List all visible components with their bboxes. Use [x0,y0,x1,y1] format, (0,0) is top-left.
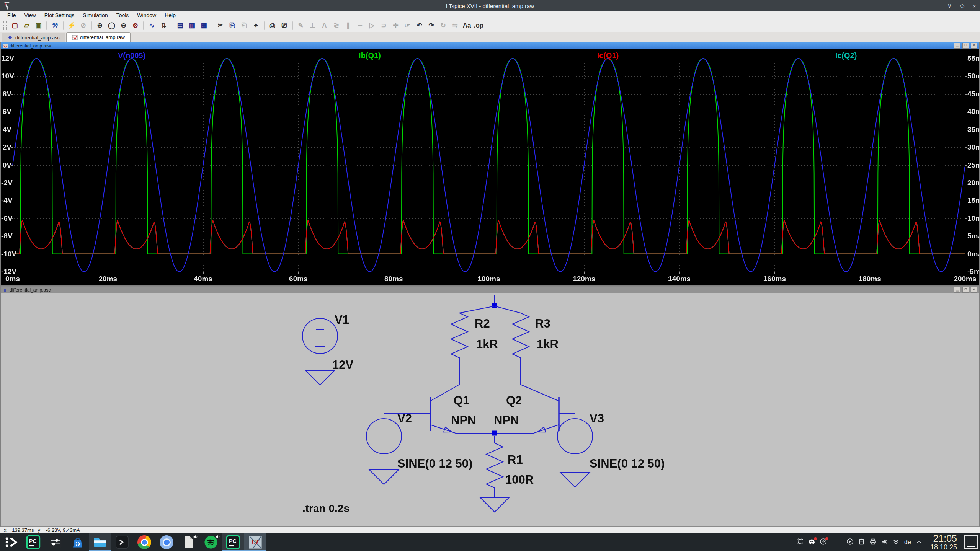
menu-item[interactable]: File [3,11,20,19]
toolbar-button-resistor[interactable]: ≷ [331,20,342,31]
toolbar-button-tile-vertical[interactable]: ▥ [186,20,198,31]
q1-name-label[interactable]: Q1 [454,394,469,407]
r3-value-label[interactable]: 1kR [537,337,559,351]
minimize-schematic-button[interactable]: ▁ [954,287,960,293]
toolbar-button-capacitor[interactable]: ∥ [343,20,354,31]
menu-item[interactable]: Plot Settings [40,11,79,19]
toolbar-button-print-preview[interactable]: ⎚ [279,20,290,31]
taskbar-app-ltspice[interactable]: LT [244,533,266,551]
tray-expand-tray[interactable] [913,533,925,551]
legend-trace-Ic(Q2)[interactable]: Ic(Q2) [835,51,857,60]
v1-value-label[interactable]: 12V [332,358,353,372]
toolbar-button-print[interactable]: ⎙ [267,20,278,31]
tab-differential-amp-raw[interactable]: differential_amp.raw [66,32,131,42]
toolbar-grip[interactable] [3,21,7,30]
close-plot-button[interactable]: × [971,43,977,49]
toolbar-button-zoom-full-extents[interactable]: ⊗ [130,20,141,31]
tray-volume[interactable] [879,533,890,551]
taskbar-app-system-settings[interactable] [44,533,67,551]
component-r3[interactable]: R3 1kR [495,306,559,401]
taskbar-app-spotify[interactable] [200,533,222,551]
component-v1[interactable]: V1 12V [302,313,353,385]
toolbar-button-halt[interactable]: ⊘ [78,20,89,31]
q2-name-label[interactable]: Q2 [506,394,522,407]
v2-value-label[interactable]: SINE(0 12 50) [397,457,472,470]
tray-keyboard-layout[interactable]: de [902,533,913,551]
toolbar-button-rotate[interactable]: ↻ [438,20,449,31]
toolbar-button-new-schematic[interactable]: ▢ [9,20,20,31]
component-r2[interactable]: R2 1kR [430,306,498,401]
taskbar-app-konsole[interactable] [111,533,133,551]
r1-name-label[interactable]: R1 [508,453,523,466]
menu-item[interactable]: Help [160,11,180,19]
taskbar-app-pycharm[interactable]: PC [22,533,44,551]
restore-schematic-button[interactable]: □ [962,287,969,293]
tray-notifications[interactable] [795,533,806,551]
q2-type-label[interactable]: NPN [494,414,519,427]
toolbar-button-autorange[interactable]: ∿ [146,20,157,31]
toolbar-button-inductor[interactable]: ∽ [354,20,366,31]
taskbar-app-chromium[interactable] [155,533,178,551]
toolbar-button-draw-wire[interactable]: ✎ [295,20,306,31]
toolbar-button-ground[interactable]: ⊥ [307,20,318,31]
q1-type-label[interactable]: NPN [451,414,476,427]
toolbar-button-label-net[interactable]: A [319,20,330,31]
toolbar-button-control-panel[interactable]: ⚒ [49,20,60,31]
tab-differential-amp-asc[interactable]: differential_amp.asc [2,33,65,42]
toolbar-button-spice-directive[interactable]: .op [473,20,484,31]
tray-media-player[interactable] [844,533,856,551]
taskbar-app-discover[interactable] [67,533,89,551]
close-schematic-button[interactable]: × [971,287,977,293]
maximize-window-button[interactable]: ◇ [960,2,965,9]
toolbar-button-open[interactable]: ▱ [21,20,32,31]
toolbar-button-run[interactable]: ⚡ [66,20,77,31]
taskbar-app-chrome[interactable] [133,533,155,551]
v2-name-label[interactable]: V2 [397,412,412,425]
toolbar-button-drag[interactable]: ☞ [402,20,413,31]
toolbar-button-plot-settings[interactable]: ⇅ [158,20,169,31]
minimize-plot-button[interactable]: ▁ [954,43,960,49]
waveform-window-titlebar[interactable]: differential_amp.raw ▁ □ × [1,42,979,49]
toolbar-button-component[interactable]: ⊃ [378,20,389,31]
r1-value-label[interactable]: 100R [505,473,534,486]
taskbar-app-document-viewer[interactable] [178,533,200,551]
clock[interactable]: 21:05 18.10.25 [930,533,957,551]
v1-name-label[interactable]: V1 [335,313,349,326]
toolbar-button-copy[interactable]: ⎘ [227,20,238,31]
toolbar-button-paste[interactable]: ⎗ [238,20,250,31]
toolbar-button-undo[interactable]: ↶ [414,20,425,31]
toolbar-button-save[interactable]: ▣ [33,20,44,31]
toolbar-button-tile-horizontal[interactable]: ▤ [175,20,186,31]
minimize-window-button[interactable]: ∨ [947,2,952,9]
waveform-canvas[interactable] [1,49,979,285]
component-r1[interactable]: R1 100R [480,436,534,512]
toolbar-button-cascade-windows[interactable]: ▦ [198,20,209,31]
toolbar-button-diode[interactable]: ▷ [366,20,377,31]
spice-directive-text[interactable]: .tran 0.2s [302,502,350,514]
r2-value-label[interactable]: 1kR [476,337,498,351]
menu-item[interactable]: Simulation [78,11,112,19]
legend-trace-Ic(Q1)[interactable]: Ic(Q1) [597,51,619,60]
taskbar-app-dolphin[interactable] [89,533,111,551]
show-desktop-button[interactable] [964,535,978,549]
restore-plot-button[interactable]: □ [962,43,969,49]
v3-name-label[interactable]: V3 [590,412,604,425]
legend-trace-Ib(Q1)[interactable]: Ib(Q1) [359,51,381,60]
v3-value-label[interactable]: SINE(0 12 50) [590,457,665,470]
waveform-plot-area[interactable]: V(n005)Ib(Q1)Ic(Q1)Ic(Q2)12V10V8V6V4V2V0… [1,49,979,285]
taskbar-app-app-launcher[interactable] [0,533,22,551]
toolbar-button-move[interactable]: ✛ [390,20,401,31]
legend-trace-V(n005)[interactable]: V(n005) [118,51,145,60]
toolbar-button-text[interactable]: Aa [461,20,472,31]
toolbar-button-mirror[interactable]: ⇋ [449,20,461,31]
taskbar-app-pycharm-active[interactable]: PC [222,533,244,551]
tray-clipboard[interactable] [856,533,867,551]
toolbar-button-zoom-in[interactable]: ⊕ [94,20,105,31]
r3-name-label[interactable]: R3 [535,317,550,330]
toolbar-button-redo[interactable]: ↷ [426,20,437,31]
tray-discord[interactable] [806,533,818,551]
schematic-window-titlebar[interactable]: differential_amp.asc ▁ □ × [1,287,979,293]
r2-name-label[interactable]: R2 [475,317,490,330]
toolbar-button-zoom-back[interactable]: ◯ [106,20,117,31]
schematic-canvas[interactable]: V1 12V R2 1kR R3 1kR Q1 NPN Q2 NPN R1 10… [1,293,979,527]
